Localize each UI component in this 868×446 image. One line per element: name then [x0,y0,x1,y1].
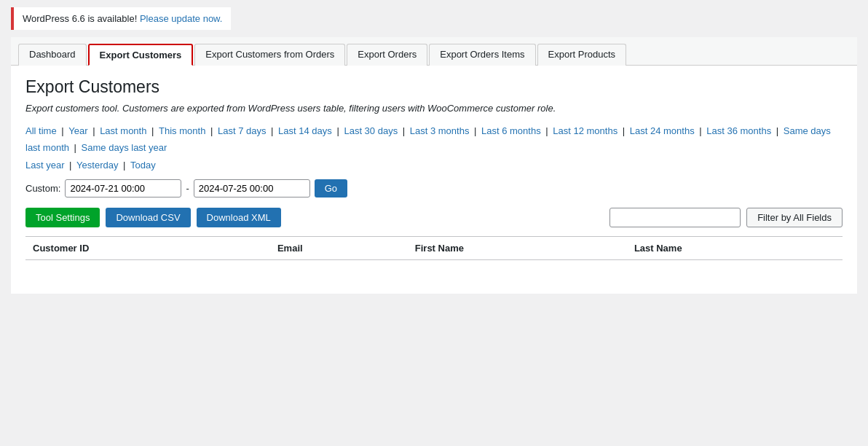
notice-update-link[interactable]: Please update now. [140,13,222,24]
table-header-row: Customer ID Email First Name Last Name [25,237,843,260]
filter-all-time[interactable]: All time [25,125,57,136]
download-xml-button[interactable]: Download XML [197,208,281,227]
date-separator: - [186,183,189,194]
filter-last-36-months[interactable]: Last 36 months [706,125,771,136]
date-filters: All time | Year | Last month | This mont… [25,122,843,173]
content-area: Export Customers Export customers tool. … [11,66,857,272]
filter-last-24-months[interactable]: Last 24 months [630,125,695,136]
filter-last-14-days[interactable]: Last 14 days [278,125,332,136]
tab-dashboard[interactable]: Dashboard [18,44,87,66]
date-to-input[interactable] [194,179,310,197]
filter-last-7-days[interactable]: Last 7 days [218,125,267,136]
filter-last-year[interactable]: Last year [25,160,64,171]
filter-last-month[interactable]: Last month [100,125,146,136]
tabs-navigation: Dashboard Export Customers Export Custom… [11,37,857,66]
date-from-input[interactable] [65,179,181,197]
wp-update-notice: WordPress 6.6 is available! Please updat… [11,7,231,30]
filter-last-30-days[interactable]: Last 30 days [344,125,398,136]
filter-this-month[interactable]: This month [159,125,205,136]
page-title: Export Customers [25,77,843,97]
customers-table: Customer ID Email First Name Last Name [25,236,843,260]
custom-date-row: Custom: - Go [25,179,843,197]
filter-last-3-months[interactable]: Last 3 months [410,125,470,136]
filter-input[interactable] [609,208,741,227]
tab-export-orders[interactable]: Export Orders [347,44,427,66]
filter-last-12-months[interactable]: Last 12 months [553,125,618,136]
toolbar-row: Tool Settings Download CSV Download XML … [25,208,843,227]
col-last-name: Last Name [627,237,843,260]
tab-export-customers[interactable]: Export Customers [88,44,194,66]
tab-export-customers-from-orders[interactable]: Export Customers from Orders [194,44,345,66]
filter-same-days-last-year[interactable]: Same days last year [82,142,167,153]
tab-export-products[interactable]: Export Products [537,44,627,66]
page-description: Export customers tool. Customers are exp… [25,103,843,114]
col-customer-id: Customer ID [25,237,270,260]
col-first-name: First Name [408,237,627,260]
custom-label: Custom: [25,183,60,194]
filter-today[interactable]: Today [130,160,156,171]
notice-text-before: WordPress 6.6 [23,13,85,24]
notice-text-middle: is available! [87,13,140,24]
col-email: Email [270,237,408,260]
tab-export-orders-items[interactable]: Export Orders Items [429,44,535,66]
filter-by-all-fields-button[interactable]: Filter by All Fields [746,208,843,227]
filter-last-6-months[interactable]: Last 6 months [481,125,541,136]
tool-settings-button[interactable]: Tool Settings [25,208,100,227]
go-button[interactable]: Go [315,179,347,197]
filter-yesterday[interactable]: Yesterday [76,160,118,171]
download-csv-button[interactable]: Download CSV [106,208,190,227]
filter-year[interactable]: Year [68,125,87,136]
main-content: Dashboard Export Customers Export Custom… [11,37,857,294]
